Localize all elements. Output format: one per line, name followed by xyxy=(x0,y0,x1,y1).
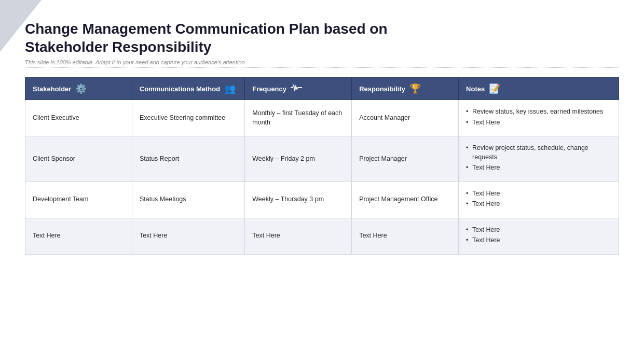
cell-responsibility: Account Manager xyxy=(352,100,459,136)
notes-icon: 📝 xyxy=(489,83,500,94)
cell-responsibility: Project Manager xyxy=(352,136,459,182)
notes-item: Text Here xyxy=(466,200,611,209)
notes-item: Text Here xyxy=(466,189,611,199)
header-notes: Notes 📝 xyxy=(459,78,619,100)
table-row: Development TeamStatus MeetingsWeekly – … xyxy=(25,182,619,218)
responsibility-label: Responsibility xyxy=(359,85,405,93)
notes-item: Review project status, schedule, change … xyxy=(466,144,611,162)
table-row: Text HereText HereText HereText HereText… xyxy=(25,218,619,254)
cell-stakeholder: Development Team xyxy=(25,182,132,218)
table-row: Client ExecutiveExecutive Steering commi… xyxy=(25,100,619,136)
notes-item: Text Here xyxy=(466,236,611,245)
cell-stakeholder: Client Executive xyxy=(25,100,132,136)
cell-comm-method: Status Report xyxy=(132,136,244,182)
responsibility-icon: 🏆 xyxy=(409,83,421,94)
notes-label: Notes xyxy=(466,85,485,93)
comm-icon: 👥 xyxy=(224,83,236,94)
cell-notes: Review status, key issues, earned milest… xyxy=(459,100,619,136)
header-comm-method: Communications Method 👥 xyxy=(132,78,244,100)
communication-table: Stakeholder ⚙️ Communications Method 👥 F… xyxy=(25,77,619,255)
stakeholder-label: Stakeholder xyxy=(33,85,71,93)
table-row: Client SponsorStatus ReportWeekly – Frid… xyxy=(25,136,619,182)
page-title: Change Management Communication Plan bas… xyxy=(25,20,619,56)
header-responsibility: Responsibility 🏆 xyxy=(352,78,459,100)
cell-notes: Review project status, schedule, change … xyxy=(459,136,619,182)
header-stakeholder: Stakeholder ⚙️ xyxy=(25,78,132,100)
cell-notes: Text HereText Here xyxy=(459,218,619,254)
cell-comm-method: Status Meetings xyxy=(132,182,244,218)
notes-item: Text Here xyxy=(466,118,611,128)
cell-frequency: Monthly – first Tuesday of each month xyxy=(245,100,352,136)
notes-item: Text Here xyxy=(466,226,611,235)
cell-stakeholder: Text Here xyxy=(25,218,132,254)
cell-notes: Text HereText Here xyxy=(459,182,619,218)
notes-item: Review status, key issues, earned milest… xyxy=(466,107,611,117)
cell-responsibility: Text Here xyxy=(352,218,459,254)
cell-stakeholder: Client Sponsor xyxy=(25,136,132,182)
notes-item: Text Here xyxy=(466,163,611,173)
frequency-label: Frequency xyxy=(252,85,286,93)
stakeholder-icon: ⚙️ xyxy=(75,83,87,94)
header-frequency: Frequency xyxy=(245,78,352,100)
page-content: Change Management Communication Plan bas… xyxy=(0,0,644,362)
cell-comm-method: Executive Steering committee xyxy=(132,100,244,136)
cell-frequency: Text Here xyxy=(245,218,352,254)
table-header-row: Stakeholder ⚙️ Communications Method 👥 F… xyxy=(25,78,619,100)
divider xyxy=(25,67,619,68)
cell-comm-method: Text Here xyxy=(132,218,244,254)
cell-frequency: Weekly – Friday 2 pm xyxy=(245,136,352,182)
frequency-icon xyxy=(291,83,302,94)
page-subtitle: This slide is 100% editable. Adapt it to… xyxy=(25,59,619,65)
cell-frequency: Weekly – Thursday 3 pm xyxy=(245,182,352,218)
comm-method-label: Communications Method xyxy=(140,85,220,93)
cell-responsibility: Project Management Office xyxy=(352,182,459,218)
